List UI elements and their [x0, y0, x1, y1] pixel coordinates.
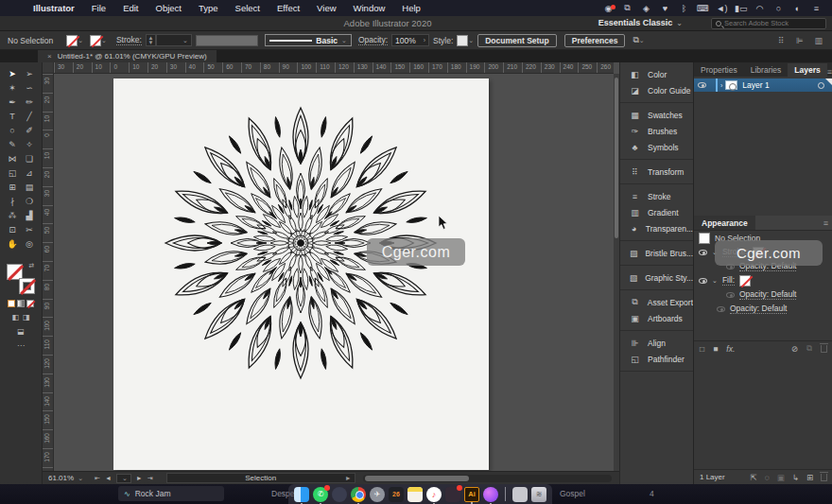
- panel-button-stroke[interactable]: ≡Stroke: [620, 188, 693, 204]
- horizontal-scrollbar[interactable]: [363, 475, 612, 482]
- panel-button-transparen[interactable]: ◕Transparen...: [620, 220, 693, 236]
- menu-illustrator[interactable]: Illustrator: [25, 3, 83, 13]
- brush-definition[interactable]: Basic⌄: [265, 34, 352, 46]
- delete-item-icon[interactable]: [821, 345, 827, 353]
- menu-file[interactable]: File: [83, 3, 114, 13]
- appearance-opacity-row[interactable]: Opacity: Default: [694, 287, 832, 302]
- tool-lasso[interactable]: ∽: [21, 80, 38, 95]
- zoom-level-dropdown[interactable]: 61.01%⌄: [43, 474, 89, 482]
- panel-button-gradient[interactable]: ▥Gradient: [620, 204, 693, 220]
- menu-effect[interactable]: Effect: [269, 3, 308, 13]
- document-tab[interactable]: × Untitled-1* @ 61.01% (CMYK/GPU Preview…: [38, 50, 217, 62]
- volume-icon[interactable]: ◄): [716, 4, 728, 13]
- color-button[interactable]: [8, 300, 15, 307]
- menu-type[interactable]: Type: [190, 3, 227, 13]
- menu-window[interactable]: Window: [345, 3, 394, 13]
- opacity-field[interactable]: 100%›: [391, 34, 429, 46]
- swap-fill-stroke-icon[interactable]: ⇄: [28, 262, 34, 269]
- visibility-eye-icon[interactable]: [699, 278, 707, 284]
- prev-artboard-icon[interactable]: ◄: [105, 475, 112, 481]
- tool-selection[interactable]: ➤: [4, 66, 21, 80]
- vertical-ruler[interactable]: 3020100102030405060708090100110120130140…: [43, 74, 54, 471]
- visibility-eye-icon[interactable]: [717, 306, 725, 312]
- panel-button-color-guide[interactable]: ◪Color Guide: [620, 82, 693, 98]
- last-artboard-icon[interactable]: ⇥: [147, 475, 153, 482]
- tool-line-segment[interactable]: ╱: [21, 109, 38, 123]
- artboard-number-dropdown[interactable]: ⌄: [116, 474, 131, 483]
- locate-object-icon[interactable]: ◌: [765, 473, 770, 482]
- edit-toolbar-button[interactable]: ⋯: [0, 341, 42, 350]
- tab-properties[interactable]: Properties: [694, 63, 744, 77]
- stroke-indicator[interactable]: [19, 278, 35, 294]
- panel-menu-icon[interactable]: ≡: [827, 67, 832, 77]
- add-stroke-icon[interactable]: □: [700, 344, 704, 354]
- spotlight-icon[interactable]: ○: [772, 4, 785, 13]
- appearance-fill-row[interactable]: ⌄ Fill:: [694, 273, 832, 287]
- align-glyphs-icon[interactable]: ⧉⌄: [633, 35, 644, 45]
- expand-layer-icon[interactable]: ›: [720, 82, 722, 89]
- tool-column-graph[interactable]: ▟: [21, 208, 38, 222]
- dock-calendar-icon[interactable]: 26: [389, 487, 404, 502]
- tool-direct-selection[interactable]: ➢: [21, 66, 38, 80]
- dock-whatsapp-icon[interactable]: ✆: [313, 487, 328, 502]
- tool-paintbrush[interactable]: ✐: [21, 123, 38, 137]
- collect-export-icon[interactable]: ⇱: [751, 473, 757, 482]
- visibility-eye-icon[interactable]: [699, 250, 707, 255]
- stroke-weight-stepper[interactable]: ▲▼: [146, 34, 156, 46]
- layer-row[interactable]: › Layer 1: [694, 78, 832, 92]
- tool-free-transform[interactable]: ❏: [21, 151, 38, 165]
- panel-button-graphic-sty[interactable]: ▧Graphic Sty...: [620, 269, 693, 286]
- ruler-origin[interactable]: [43, 62, 54, 74]
- dock-notes-icon[interactable]: [407, 487, 423, 502]
- siri-icon[interactable]: ◐: [791, 4, 804, 13]
- tool-curvature[interactable]: ✏: [21, 95, 38, 109]
- menu-view[interactable]: View: [308, 3, 344, 13]
- layer-target-icon[interactable]: [818, 82, 824, 89]
- tool-perspective-grid[interactable]: ⊿: [21, 165, 38, 180]
- adobe-stock-search[interactable]: [711, 18, 826, 29]
- tool-gradient[interactable]: ▤: [21, 180, 38, 194]
- duplicate-item-icon[interactable]: ⧉: [806, 343, 812, 354]
- dock-chrome-icon[interactable]: [351, 487, 366, 502]
- status-display[interactable]: Selection►: [166, 473, 355, 483]
- preferences-button[interactable]: Preferences: [564, 34, 626, 47]
- stroke-weight-field[interactable]: ⌄: [156, 34, 192, 46]
- tab-libraries[interactable]: Libraries: [744, 63, 789, 77]
- panel-menu-icon[interactable]: ≡: [823, 218, 828, 228]
- panel-button-transform[interactable]: ⠿Transform: [620, 164, 693, 180]
- next-artboard-icon[interactable]: ►: [136, 475, 143, 481]
- time-machine-icon[interactable]: ◠: [754, 4, 766, 13]
- screen-mode-button[interactable]: ⬓: [0, 327, 42, 336]
- panel-toggle-icon[interactable]: ▥: [814, 36, 823, 45]
- control-list-icon[interactable]: ≡: [810, 4, 823, 13]
- delete-layer-icon[interactable]: [821, 474, 827, 481]
- panel-button-asset-export[interactable]: ⧉Asset Export: [620, 294, 693, 310]
- display-mirror-icon[interactable]: ⧉: [621, 3, 633, 13]
- menu-select[interactable]: Select: [227, 3, 269, 13]
- first-artboard-icon[interactable]: ⇤: [95, 475, 100, 482]
- panel-button-color[interactable]: ◧Color: [620, 66, 693, 82]
- menu-object[interactable]: Object: [147, 3, 190, 13]
- keyboard-icon[interactable]: ⌨: [697, 4, 709, 13]
- visibility-eye-icon[interactable]: [726, 292, 735, 298]
- tool-magic-wand[interactable]: ✶: [4, 80, 21, 95]
- fill-swatch[interactable]: [66, 35, 78, 46]
- tool-pen[interactable]: ✒: [4, 95, 21, 109]
- layer-visibility-icon[interactable]: [698, 82, 706, 88]
- appearance-tab[interactable]: Appearance: [694, 216, 755, 230]
- fill-color-swatch[interactable]: [739, 275, 751, 287]
- dock-dark-app-icon[interactable]: [332, 487, 347, 502]
- variable-width-profile[interactable]: [196, 35, 258, 46]
- dock-slack-icon[interactable]: [445, 487, 460, 502]
- fill-stroke-indicator[interactable]: ⇄: [7, 264, 35, 294]
- tool-slice[interactable]: ✂: [21, 222, 38, 236]
- draw-behind-icon[interactable]: ◨: [23, 313, 30, 322]
- tool-hand[interactable]: ✋: [4, 236, 21, 251]
- appearance-opacity-row[interactable]: Opacity: Default: [694, 302, 832, 316]
- clear-appearance-icon[interactable]: ⊘: [791, 344, 798, 354]
- bluetooth-icon[interactable]: ᛒ: [678, 4, 690, 13]
- music-widget[interactable]: ∿ Rock Jam: [118, 486, 224, 501]
- tool-eyedropper[interactable]: ∤: [4, 194, 21, 208]
- tab-layers[interactable]: Layers: [788, 63, 826, 77]
- make-mask-icon[interactable]: ▣: [777, 473, 785, 482]
